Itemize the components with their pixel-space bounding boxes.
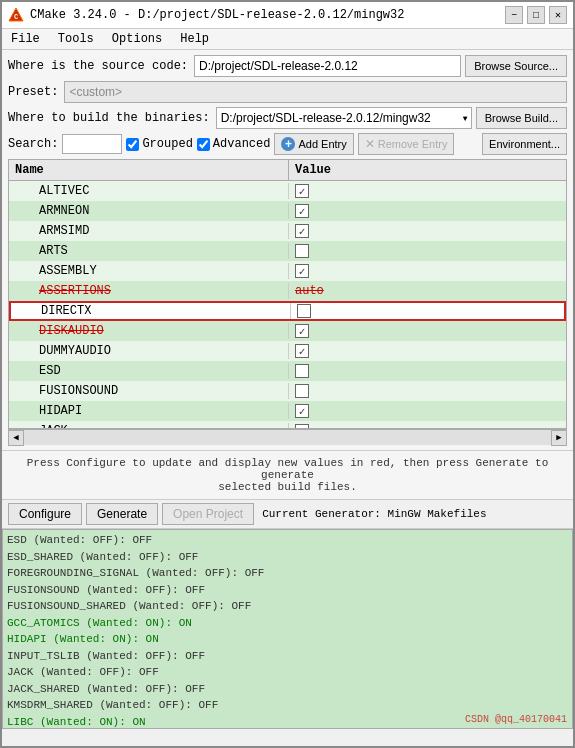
build-row: Where to build the binaries: Browse Buil… bbox=[8, 107, 567, 129]
generate-button[interactable]: Generate bbox=[86, 503, 158, 525]
remove-entry-button[interactable]: ✕ Remove Entry bbox=[358, 133, 455, 155]
remove-entry-label: Remove Entry bbox=[378, 138, 448, 150]
cell-value[interactable] bbox=[289, 223, 566, 239]
add-entry-label: Add Entry bbox=[298, 138, 346, 150]
cell-name: ARTS bbox=[9, 243, 289, 259]
browse-build-button[interactable]: Browse Build... bbox=[476, 107, 567, 129]
table-row: ARMNEON bbox=[9, 201, 566, 221]
horizontal-scrollbar[interactable]: ◀ ▶ bbox=[8, 429, 567, 445]
source-input[interactable] bbox=[194, 55, 461, 77]
add-icon: + bbox=[281, 137, 295, 151]
toolbar-row: Search: Grouped Advanced + Add Entry ✕ R… bbox=[8, 133, 567, 155]
checkbox-value[interactable] bbox=[297, 304, 311, 318]
remove-x-icon: ✕ bbox=[365, 137, 375, 151]
maximize-button[interactable]: □ bbox=[527, 6, 545, 24]
cell-value[interactable] bbox=[289, 383, 566, 399]
log-line: HIDAPI (Wanted: ON): ON bbox=[7, 631, 568, 648]
search-input[interactable] bbox=[62, 134, 122, 154]
cell-name: DISKAUDIO bbox=[9, 323, 289, 339]
col-value-header: Value bbox=[289, 160, 566, 180]
cell-value[interactable] bbox=[289, 243, 566, 259]
cell-value[interactable] bbox=[289, 403, 566, 419]
cell-name: ARMSIMD bbox=[9, 223, 289, 239]
cell-name: ARMNEON bbox=[9, 203, 289, 219]
log-line: JACK_SHARED (Wanted: OFF): OFF bbox=[7, 681, 568, 698]
advanced-checkbox-label[interactable]: Advanced bbox=[197, 137, 271, 151]
environment-button[interactable]: Environment... bbox=[482, 133, 567, 155]
preset-input bbox=[64, 81, 567, 103]
menu-file[interactable]: File bbox=[8, 31, 43, 47]
build-input[interactable] bbox=[216, 107, 472, 129]
checkbox-value[interactable] bbox=[295, 424, 309, 429]
cell-value[interactable] bbox=[289, 263, 566, 279]
log-line: FUSIONSOUND_SHARED (Wanted: OFF): OFF bbox=[7, 598, 568, 615]
preset-row: Preset: bbox=[8, 81, 567, 103]
scroll-left-btn[interactable]: ◀ bbox=[8, 430, 24, 446]
source-label: Where is the source code: bbox=[8, 59, 188, 73]
scroll-right-btn[interactable]: ▶ bbox=[551, 430, 567, 446]
cell-value[interactable]: auto bbox=[289, 283, 566, 299]
search-label: Search: bbox=[8, 137, 58, 151]
log-line: GCC_ATOMICS (Wanted: ON): ON bbox=[7, 615, 568, 632]
source-row: Where is the source code: Browse Source.… bbox=[8, 55, 567, 77]
app-icon: C bbox=[8, 7, 24, 23]
grouped-label: Grouped bbox=[142, 137, 192, 151]
cell-value[interactable] bbox=[289, 343, 566, 359]
log-line: INPUT_TSLIB (Wanted: OFF): OFF bbox=[7, 648, 568, 665]
window-title: CMake 3.24.0 - D:/project/SDL-release-2.… bbox=[30, 8, 404, 22]
cell-value[interactable] bbox=[289, 423, 566, 429]
cell-value[interactable] bbox=[289, 183, 566, 199]
log-area: ESD (Wanted: OFF): OFFESD_SHARED (Wanted… bbox=[2, 529, 573, 729]
menu-options[interactable]: Options bbox=[109, 31, 165, 47]
open-project-button[interactable]: Open Project bbox=[162, 503, 254, 525]
add-entry-button[interactable]: + Add Entry bbox=[274, 133, 353, 155]
cell-name: ASSEMBLY bbox=[9, 263, 289, 279]
menu-help[interactable]: Help bbox=[177, 31, 212, 47]
checkbox-value[interactable] bbox=[295, 264, 309, 278]
title-bar: C CMake 3.24.0 - D:/project/SDL-release-… bbox=[2, 2, 573, 29]
checkbox-value[interactable] bbox=[295, 224, 309, 238]
watermark: CSDN @qq_40170041 bbox=[465, 714, 567, 725]
cell-name: ALTIVEC bbox=[9, 183, 289, 199]
checkbox-value[interactable] bbox=[295, 324, 309, 338]
table-row: ASSERTIONSauto bbox=[9, 281, 566, 301]
close-button[interactable]: ✕ bbox=[549, 6, 567, 24]
bottom-toolbar: Configure Generate Open Project Current … bbox=[2, 499, 573, 529]
cell-value[interactable] bbox=[291, 303, 564, 319]
cell-value[interactable] bbox=[289, 363, 566, 379]
cell-name: JACK bbox=[9, 423, 289, 429]
minimize-button[interactable]: − bbox=[505, 6, 523, 24]
generator-text: Current Generator: MinGW Makefiles bbox=[262, 508, 486, 520]
table-row: ALTIVEC bbox=[9, 181, 566, 201]
table-row: DIRECTX bbox=[9, 301, 566, 321]
checkbox-value[interactable] bbox=[295, 204, 309, 218]
cell-name: ESD bbox=[9, 363, 289, 379]
checkbox-value[interactable] bbox=[295, 404, 309, 418]
checkbox-value[interactable] bbox=[295, 184, 309, 198]
preset-label: Preset: bbox=[8, 85, 58, 99]
log-line: ESD_SHARED (Wanted: OFF): OFF bbox=[7, 549, 568, 566]
variables-table: Name Value ALTIVECARMNEONARMSIMDARTSASSE… bbox=[8, 159, 567, 429]
table-row: DISKAUDIO bbox=[9, 321, 566, 341]
menu-tools[interactable]: Tools bbox=[55, 31, 97, 47]
table-row: ESD bbox=[9, 361, 566, 381]
grouped-checkbox[interactable] bbox=[126, 138, 139, 151]
configure-button[interactable]: Configure bbox=[8, 503, 82, 525]
checkbox-value[interactable] bbox=[295, 364, 309, 378]
checkbox-value[interactable] bbox=[295, 244, 309, 258]
cell-value[interactable] bbox=[289, 203, 566, 219]
checkbox-value[interactable] bbox=[295, 384, 309, 398]
browse-source-button[interactable]: Browse Source... bbox=[465, 55, 567, 77]
table-row: JACK bbox=[9, 421, 566, 429]
menu-bar: File Tools Options Help bbox=[2, 29, 573, 50]
table-row: ARTS bbox=[9, 241, 566, 261]
grouped-checkbox-label[interactable]: Grouped bbox=[126, 137, 192, 151]
advanced-checkbox[interactable] bbox=[197, 138, 210, 151]
checkbox-value[interactable] bbox=[295, 344, 309, 358]
cell-value[interactable] bbox=[289, 323, 566, 339]
main-area: Where is the source code: Browse Source.… bbox=[2, 50, 573, 450]
log-line: JACK (Wanted: OFF): OFF bbox=[7, 664, 568, 681]
svg-text:C: C bbox=[14, 13, 18, 21]
table-row: FUSIONSOUND bbox=[9, 381, 566, 401]
scroll-track[interactable] bbox=[24, 430, 551, 445]
